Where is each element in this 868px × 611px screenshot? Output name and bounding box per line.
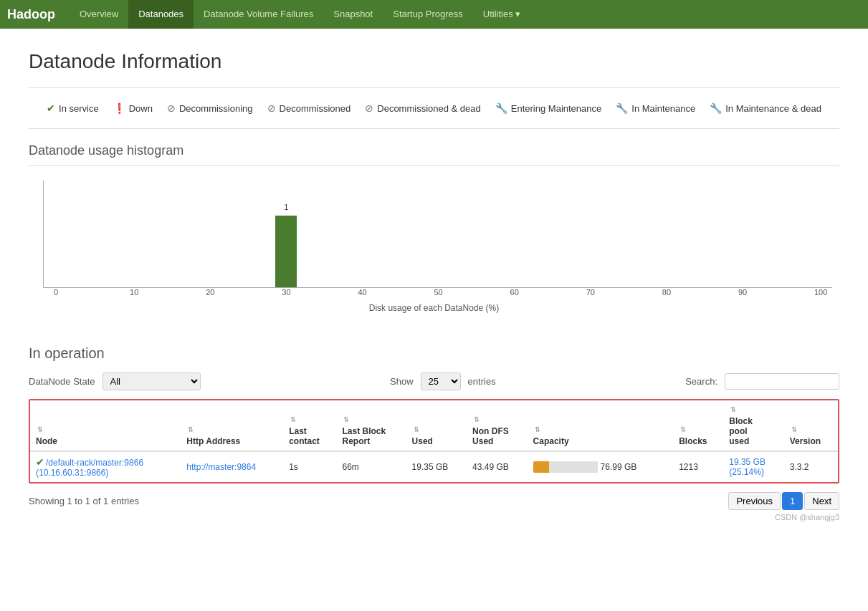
exclaim-icon: ❗ xyxy=(113,102,125,114)
sort-arrows-last-contact[interactable]: ⇅ xyxy=(290,416,296,423)
col-block-pool-used: ⇅ Blockpoolused xyxy=(723,400,783,451)
legend-label-decommissioning: Decommissioning xyxy=(179,103,253,114)
datanode-table: ⇅ Node ⇅ Http Address ⇅ Lastcontact ⇅ La… xyxy=(30,400,838,482)
table-header-row: ⇅ Node ⇅ Http Address ⇅ Lastcontact ⇅ La… xyxy=(30,400,838,451)
col-non-dfs-used: ⇅ Non DFSUsed xyxy=(467,400,527,451)
sort-arrows-pool[interactable]: ⇅ xyxy=(730,406,736,413)
decom-icon-3: ⊘ xyxy=(365,102,373,114)
capacity-bar-used xyxy=(533,461,550,473)
nav-startup-progress[interactable]: Startup Progress xyxy=(383,0,473,29)
cell-blocks: 1213 xyxy=(673,451,723,482)
cell-block-pool-used: 19.35 GB (25.14%) xyxy=(723,451,783,482)
watermark: CSDN @shangjg3 xyxy=(29,513,839,521)
capacity-value: 76.99 GB xyxy=(601,462,637,472)
legend-label-in-maintenance: In Maintenance xyxy=(631,103,695,114)
brand-logo: Hadoop xyxy=(7,7,55,22)
nav-utilities[interactable]: Utilities ▾ xyxy=(473,0,531,29)
table-row: ✔/default-rack/master:9866 (10.16.60.31:… xyxy=(30,451,838,482)
x-axis-label-70: 70 xyxy=(586,288,595,297)
col-last-block-report: ⇅ Last BlockReport xyxy=(336,400,406,451)
divider-3 xyxy=(29,165,839,166)
cell-used: 19.35 GB xyxy=(406,451,467,482)
datanode-state-label: DataNode State xyxy=(29,376,95,387)
decom-icon-2: ⊘ xyxy=(267,102,276,114)
http-link[interactable]: http://master:9864 xyxy=(186,462,256,472)
cell-last-contact: 1s xyxy=(283,451,336,482)
wrench-icon-2: 🔧 xyxy=(616,102,628,114)
histogram-chart: 1 xyxy=(43,181,832,288)
legend-label-down: Down xyxy=(129,103,153,114)
legend-item-in-service: ✔ In service xyxy=(47,102,99,114)
current-page: 1 xyxy=(782,492,803,510)
x-axis-label-90: 90 xyxy=(738,288,747,297)
col-http-address: ⇅ Http Address xyxy=(181,400,283,451)
nav-datanode-volume-failures[interactable]: Datanode Volume Failures xyxy=(194,0,323,29)
sort-arrows-blocks[interactable]: ⇅ xyxy=(680,426,686,433)
table-footer: Showing 1 to 1 of 1 entries Previous 1 N… xyxy=(29,492,839,510)
sort-arrows-block-report[interactable]: ⇅ xyxy=(343,416,349,423)
pagination: Previous 1 Next xyxy=(728,492,839,510)
x-axis-label-20: 20 xyxy=(206,288,214,297)
page-title: Datanode Information xyxy=(29,50,839,73)
sort-arrows-http[interactable]: ⇅ xyxy=(188,426,194,433)
nav-datanodes[interactable]: Datanodes xyxy=(128,0,194,29)
node-check-icon: ✔ xyxy=(36,456,44,468)
sort-arrows-node[interactable]: ⇅ xyxy=(37,426,43,433)
histogram-title: Datanode usage histogram xyxy=(29,143,839,158)
cell-http-address: http://master:9864 xyxy=(181,451,283,482)
legend-item-decommissioning: ⊘ Decommissioning xyxy=(167,102,253,114)
table-controls: DataNode State All In service Down Decom… xyxy=(29,372,839,390)
sort-arrows-used[interactable]: ⇅ xyxy=(414,426,419,433)
legend-label-entering-maintenance: Entering Maintenance xyxy=(511,103,601,114)
navbar: Hadoop Overview Datanodes Datanode Volum… xyxy=(0,0,868,29)
nav-snapshot[interactable]: Snapshot xyxy=(323,0,383,29)
cell-node: ✔/default-rack/master:9866 (10.16.60.31:… xyxy=(30,451,181,482)
wrench-icon-3: 🔧 xyxy=(710,102,722,114)
cell-capacity: 76.99 GB xyxy=(528,451,674,482)
legend: ✔ In service ❗ Down ⊘ Decommissioning ⊘ … xyxy=(29,102,839,114)
showing-text: Showing 1 to 1 of 1 entries xyxy=(29,496,139,506)
legend-item-entering-maintenance: 🔧 Entering Maintenance xyxy=(495,102,601,114)
x-axis-label-0: 0 xyxy=(54,288,58,297)
col-node: ⇅ Node xyxy=(30,400,181,451)
main-content: Datanode Information ✔ In service ❗ Down… xyxy=(0,29,868,543)
show-entries-select[interactable]: 10 25 50 100 xyxy=(421,372,461,390)
prev-button[interactable]: Previous xyxy=(728,492,781,510)
entries-label: entries xyxy=(468,376,496,387)
sort-arrows-version[interactable]: ⇅ xyxy=(791,426,797,433)
col-last-contact: ⇅ Lastcontact xyxy=(283,400,336,451)
x-axis-label-60: 60 xyxy=(510,288,519,297)
col-blocks: ⇅ Blocks xyxy=(673,400,723,451)
x-axis-title: Disk usage of each DataNode (%) xyxy=(29,303,839,313)
next-button[interactable]: Next xyxy=(804,492,839,510)
legend-item-in-maintenance: 🔧 In Maintenance xyxy=(616,102,695,114)
x-axis-label-80: 80 xyxy=(662,288,671,297)
cell-version: 3.3.2 xyxy=(784,451,838,482)
node-link[interactable]: /default-rack/master:9866 (10.16.60.31:9… xyxy=(36,458,143,478)
sort-arrows-capacity[interactable]: ⇅ xyxy=(535,426,540,433)
legend-label-decommissioned-dead: Decommissioned & dead xyxy=(377,103,481,114)
datanode-table-wrapper: ⇅ Node ⇅ Http Address ⇅ Lastcontact ⇅ La… xyxy=(29,399,839,483)
wrench-icon-1: 🔧 xyxy=(495,102,507,114)
show-label: Show xyxy=(390,376,414,387)
cell-non-dfs-used: 43.49 GB xyxy=(467,451,527,482)
legend-item-down: ❗ Down xyxy=(113,102,153,114)
x-axis-label-40: 40 xyxy=(358,288,366,297)
legend-label-in-maintenance-dead: In Maintenance & dead xyxy=(725,103,821,114)
search-label: Search: xyxy=(685,376,717,387)
in-operation-title: In operation xyxy=(29,345,839,362)
col-capacity: ⇅ Capacity xyxy=(528,400,674,451)
legend-label-in-service: In service xyxy=(59,103,99,114)
x-axis-label-30: 30 xyxy=(282,288,290,297)
sort-arrows-non-dfs[interactable]: ⇅ xyxy=(474,416,480,423)
col-used: ⇅ Used xyxy=(406,400,467,451)
search-input[interactable] xyxy=(725,373,839,390)
capacity-bar-free xyxy=(549,461,598,473)
legend-item-decommissioned: ⊘ Decommissioned xyxy=(267,102,351,114)
nav-overview[interactable]: Overview xyxy=(70,0,128,29)
cell-last-block-report: 66m xyxy=(336,451,406,482)
decom-icon-1: ⊘ xyxy=(167,102,176,114)
x-axis-label-50: 50 xyxy=(434,288,443,297)
datanode-state-select[interactable]: All In service Down Decommissioning Deco… xyxy=(102,372,201,390)
col-version: ⇅ Version xyxy=(784,400,838,451)
